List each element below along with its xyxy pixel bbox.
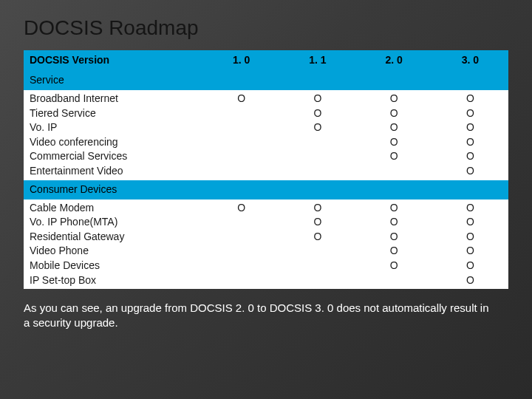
row-marks-cell: O O O <box>279 90 355 180</box>
mark: O <box>438 92 502 106</box>
mark: O <box>285 230 349 245</box>
marks-list: O O O <box>285 92 349 135</box>
row-item-label: Cable Modem <box>30 201 197 216</box>
row-marks-cell: O O O O O O <box>432 200 508 290</box>
mark: O <box>438 201 502 216</box>
row-marks-cell: O <box>203 200 279 290</box>
mark: O <box>362 244 426 259</box>
mark: O <box>362 135 426 150</box>
row-item-label: Entertainment Video <box>30 164 197 179</box>
page-title: DOCSIS Roadmap <box>24 16 508 40</box>
row-items-cell: Cable Modem Vo. IP Phone(MTA) Residentia… <box>24 200 203 290</box>
mark: O <box>285 106 349 121</box>
marks-list: O <box>209 92 273 106</box>
mark: O <box>438 164 502 179</box>
section-header-label: Service <box>24 71 508 90</box>
mark: O <box>209 201 273 216</box>
table-header-row: DOCSIS Version 1. 0 1. 1 2. 0 3. 0 <box>24 50 508 71</box>
row-item-label: Mobile Devices <box>30 259 197 273</box>
row-item-label: Vo. IP Phone(MTA) <box>30 215 197 230</box>
mark: O <box>362 120 426 135</box>
row-item-label: Vo. IP <box>30 120 197 135</box>
slide-root: DOCSIS Roadmap DOCSIS Version 1. 0 1. 1 … <box>0 0 532 399</box>
mark: O <box>438 273 502 288</box>
mark: O <box>362 149 426 164</box>
marks-list: O O O O O <box>362 201 426 273</box>
header-version-label: DOCSIS Version <box>24 50 203 71</box>
row-item-label: Residential Gateway <box>30 230 197 245</box>
section-header-row: Consumer Devices <box>24 180 508 200</box>
mark: O <box>362 259 426 273</box>
marks-list: O <box>209 201 273 216</box>
mark: O <box>362 215 426 230</box>
marks-list: O O O <box>285 201 349 245</box>
row-item-label: Video conferencing <box>30 135 197 150</box>
mark: O <box>438 259 502 273</box>
row-item-label: IP Set-top Box <box>30 273 197 288</box>
mark: O <box>285 92 349 106</box>
mark: O <box>438 149 502 164</box>
row-item-label: Commercial Services <box>30 149 197 164</box>
mark: O <box>438 230 502 245</box>
marks-list: O O O O O <box>362 92 426 164</box>
mark: O <box>438 106 502 121</box>
table-row: Broadband Internet Tiered Service Vo. IP… <box>24 90 508 180</box>
row-marks-cell: O O O O O <box>356 90 432 180</box>
mark: O <box>438 120 502 135</box>
row-items-cell: Broadband Internet Tiered Service Vo. IP… <box>24 90 203 180</box>
header-version-0: 1. 0 <box>203 50 279 71</box>
mark: O <box>362 106 426 121</box>
roadmap-table: DOCSIS Version 1. 0 1. 1 2. 0 3. 0 Servi… <box>24 50 508 289</box>
row-marks-cell: O O O O O <box>356 200 432 290</box>
items-list: Cable Modem Vo. IP Phone(MTA) Residentia… <box>30 201 197 288</box>
section-header-label: Consumer Devices <box>24 180 508 200</box>
mark: O <box>285 120 349 135</box>
row-item-label: Video Phone <box>30 244 197 259</box>
header-version-3: 3. 0 <box>432 50 508 71</box>
mark: O <box>362 92 426 106</box>
mark: O <box>285 215 349 230</box>
mark: O <box>438 135 502 150</box>
mark: O <box>438 215 502 230</box>
row-marks-cell: O O O O O O <box>432 90 508 180</box>
mark: O <box>209 92 273 106</box>
section-header-row: Service <box>24 71 508 90</box>
row-item-label: Tiered Service <box>30 106 197 121</box>
marks-list: O O O O O O <box>438 201 502 288</box>
header-version-1: 1. 1 <box>279 50 355 71</box>
mark: O <box>285 201 349 216</box>
mark: O <box>438 244 502 259</box>
caption-text: As you can see, an upgrade from DOCSIS 2… <box>24 301 497 331</box>
row-item-label: Broadband Internet <box>30 92 197 106</box>
mark: O <box>362 230 426 245</box>
marks-list: O O O O O O <box>438 92 502 179</box>
items-list: Broadband Internet Tiered Service Vo. IP… <box>30 92 197 179</box>
mark: O <box>362 201 426 216</box>
header-version-2: 2. 0 <box>356 50 432 71</box>
row-marks-cell: O <box>203 90 279 180</box>
row-marks-cell: O O O <box>279 200 355 290</box>
table-row: Cable Modem Vo. IP Phone(MTA) Residentia… <box>24 200 508 290</box>
